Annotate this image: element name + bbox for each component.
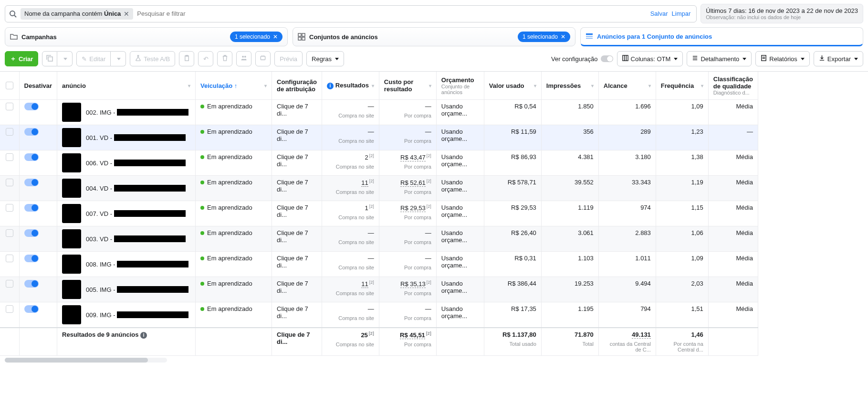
cost-sub: Por compra	[379, 290, 436, 299]
ad-name-cell[interactable]: 002. IMG -	[57, 100, 195, 125]
rules-button[interactable]: Regras	[306, 51, 344, 66]
row-checkbox[interactable]	[6, 280, 13, 288]
frequency-value: 1,15	[656, 201, 708, 214]
selection-badge[interactable]: 1 selecionado✕	[518, 32, 570, 42]
table-row[interactable]: 003. VD - Em aprendizado Clique de 7 di.…	[0, 226, 758, 252]
col-spend[interactable]: Valor usado	[489, 82, 524, 89]
delivery-status: Em aprendizado	[207, 153, 252, 160]
col-reach[interactable]: Alcance	[604, 82, 627, 89]
export-button[interactable]: Exportar	[814, 51, 863, 66]
table-row[interactable]: 005. IMG - Em aprendizado Clique de 7 di…	[0, 277, 758, 302]
sort-icon[interactable]: ▾	[534, 83, 536, 88]
row-checkbox[interactable]	[6, 103, 13, 110]
delete-button[interactable]	[217, 51, 232, 66]
col-budget[interactable]: OrçamentoConjunto de anúncios	[441, 76, 479, 95]
ad-name-cell[interactable]: 009. IMG -	[57, 302, 195, 327]
tab-campaigns[interactable]: Campanhas 1 selecionado✕	[5, 27, 288, 46]
undo-button[interactable]: ↶	[198, 51, 213, 66]
sort-icon[interactable]: ▾	[372, 83, 374, 88]
sort-icon[interactable]: ▾	[188, 83, 190, 88]
row-checkbox[interactable]	[6, 179, 13, 186]
col-ad[interactable]: anúncio	[62, 82, 86, 89]
col-cost[interactable]: Custo porresultado	[384, 78, 413, 93]
status-toggle[interactable]	[24, 305, 39, 313]
selection-badge[interactable]: 1 selecionado✕	[230, 32, 282, 42]
close-icon[interactable]: ✕	[124, 10, 129, 18]
table-row[interactable]: 002. IMG - Em aprendizado Clique de 7 di…	[0, 100, 758, 125]
search-wrap[interactable]: Nome da campanha contém Única ✕ Salvar L…	[5, 5, 697, 22]
status-toggle[interactable]	[24, 280, 39, 288]
svg-rect-5	[302, 37, 305, 40]
table-row[interactable]: 008. IMG - Em aprendizado Clique de 7 di…	[0, 252, 758, 277]
preview-button[interactable]: Prévia	[274, 51, 303, 66]
tag-button[interactable]	[255, 51, 271, 66]
audience-button[interactable]	[236, 51, 251, 66]
ad-name-cell[interactable]: 007. VD -	[57, 201, 195, 226]
status-toggle[interactable]	[24, 204, 39, 212]
sort-icon[interactable]: ▾	[648, 83, 651, 88]
redacted-text	[114, 160, 186, 166]
status-toggle[interactable]	[24, 128, 39, 136]
edit-dropdown[interactable]	[111, 51, 126, 66]
reports-button[interactable]: Relatórios	[755, 51, 810, 66]
search-input[interactable]	[137, 10, 646, 17]
breakdown-button[interactable]: Detalhamento	[687, 51, 752, 66]
row-checkbox[interactable]	[6, 204, 13, 212]
edit-button[interactable]: ✎Editar	[76, 51, 111, 66]
status-toggle[interactable]	[24, 153, 39, 161]
svg-rect-4	[298, 37, 301, 40]
ad-name-cell[interactable]: 003. VD -	[57, 226, 195, 251]
ad-name-cell[interactable]: 008. IMG -	[57, 252, 195, 277]
clear-filter-link[interactable]: Limpar	[672, 10, 691, 17]
col-impressions[interactable]: Impressões	[546, 82, 581, 89]
row-checkbox[interactable]	[6, 255, 13, 262]
row-checkbox[interactable]	[6, 305, 13, 313]
reach-value: 1.696	[599, 100, 656, 113]
row-checkbox[interactable]	[6, 153, 13, 161]
col-frequency[interactable]: Frequência	[661, 82, 694, 89]
date-range-picker[interactable]: Últimos 7 dias: 16 de nov de 2023 a 22 d…	[701, 4, 863, 23]
abtest-button[interactable]: Teste A/B	[130, 51, 175, 66]
attribution-value: Clique de 7 di...	[272, 302, 322, 322]
col-quality[interactable]: Classificaçãode qualidadeDiagnóstico d..…	[713, 75, 753, 96]
table-row[interactable]: 001. VD - Em aprendizado Clique de 7 di.…	[0, 125, 758, 150]
row-checkbox[interactable]	[6, 128, 13, 136]
status-toggle[interactable]	[24, 103, 39, 110]
ad-name-cell[interactable]: 001. VD -	[57, 125, 195, 150]
col-results[interactable]: iResultados	[327, 82, 369, 89]
sort-icon[interactable]: ▾	[591, 83, 594, 88]
status-toggle[interactable]	[24, 179, 39, 186]
columns-button[interactable]: Colunas: OTM	[617, 51, 683, 66]
tab-ads[interactable]: Anúncios para 1 Conjunto de anúncios	[580, 27, 863, 46]
ad-name-cell[interactable]: 004. VD -	[57, 176, 195, 201]
scrollbar-thumb[interactable]	[5, 358, 148, 363]
save-filter-link[interactable]: Salvar	[650, 10, 668, 17]
col-attribution[interactable]: Configuraçãode atribuição	[277, 78, 317, 93]
horizontal-scrollbar[interactable]	[5, 358, 167, 363]
col-delivery[interactable]: Veiculação ↑	[200, 82, 237, 89]
table-row[interactable]: 006. VD - Em aprendizado Clique de 7 di.…	[0, 150, 758, 176]
sort-icon[interactable]: ▾	[429, 83, 431, 88]
create-button[interactable]: ＋Criar	[5, 51, 38, 66]
table-row[interactable]: 007. VD - Em aprendizado Clique de 7 di.…	[0, 201, 758, 226]
select-all-checkbox[interactable]	[6, 82, 13, 89]
ad-name-cell[interactable]: 006. VD -	[57, 150, 195, 175]
status-toggle[interactable]	[24, 255, 39, 262]
sort-icon[interactable]: ▾	[264, 83, 267, 88]
tab-adsets[interactable]: Conjuntos de anúncios 1 selecionado✕	[293, 27, 575, 46]
col-toggle[interactable]: Desativar	[24, 82, 52, 89]
table-row[interactable]: 009. IMG - Em aprendizado Clique de 7 di…	[0, 302, 758, 328]
row-checkbox[interactable]	[6, 229, 13, 237]
filter-chip[interactable]: Nome da campanha contém Única ✕	[21, 8, 133, 20]
table-row[interactable]: 004. VD - Em aprendizado Clique de 7 di.…	[0, 176, 758, 201]
ad-name-cell[interactable]: 005. IMG -	[57, 277, 195, 302]
close-icon[interactable]: ✕	[561, 33, 565, 40]
status-toggle[interactable]	[24, 229, 39, 237]
duplicate-dropdown[interactable]	[57, 51, 73, 66]
view-config-toggle[interactable]: Ver configuração	[551, 55, 613, 63]
sort-icon[interactable]: ▾	[701, 83, 703, 88]
duplicate-button[interactable]	[42, 51, 57, 66]
clipboard-button[interactable]	[179, 51, 194, 66]
close-icon[interactable]: ✕	[273, 33, 278, 40]
spend-value: R$ 11,59	[484, 125, 541, 138]
